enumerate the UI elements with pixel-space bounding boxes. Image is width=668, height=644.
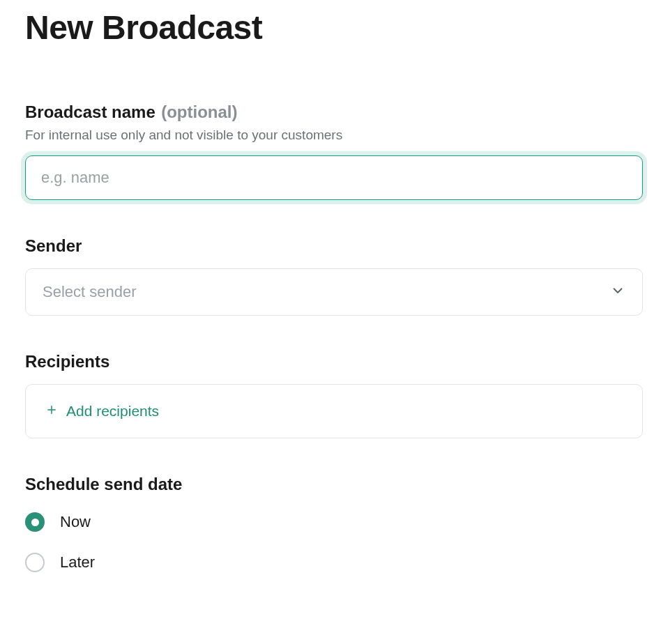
broadcast-name-hint: For internal use only and not visible to…	[25, 128, 643, 143]
chevron-down-icon	[610, 283, 625, 301]
add-recipients-button[interactable]: Add recipients	[45, 403, 159, 420]
schedule-label: Schedule send date	[25, 475, 643, 494]
broadcast-name-section: Broadcast name (optional) For internal u…	[25, 102, 643, 200]
plus-icon	[45, 403, 58, 420]
sender-select[interactable]: Select sender	[25, 268, 643, 316]
radio-unselected-icon	[25, 553, 45, 572]
schedule-radio-now[interactable]: Now	[25, 512, 643, 532]
broadcast-name-input-container[interactable]	[25, 155, 643, 200]
sender-select-placeholder: Select sender	[43, 283, 137, 301]
recipients-label: Recipients	[25, 352, 643, 371]
recipients-section: Recipients Add recipients	[25, 352, 643, 438]
schedule-radio-now-label: Now	[60, 513, 91, 531]
page-title: New Broadcast	[25, 8, 643, 47]
schedule-radio-later-label: Later	[60, 553, 95, 572]
sender-section: Sender Select sender	[25, 236, 643, 316]
schedule-section: Schedule send date Now Later	[25, 475, 643, 572]
schedule-radio-list: Now Later	[25, 512, 643, 572]
sender-label: Sender	[25, 236, 643, 256]
add-recipients-label: Add recipients	[66, 403, 159, 420]
broadcast-name-label-suffix: (optional)	[161, 102, 237, 121]
broadcast-name-label: Broadcast name	[25, 102, 155, 121]
broadcast-name-input[interactable]	[41, 169, 627, 187]
radio-selected-icon	[25, 512, 45, 532]
recipients-box: Add recipients	[25, 384, 643, 438]
schedule-radio-later[interactable]: Later	[25, 553, 643, 572]
